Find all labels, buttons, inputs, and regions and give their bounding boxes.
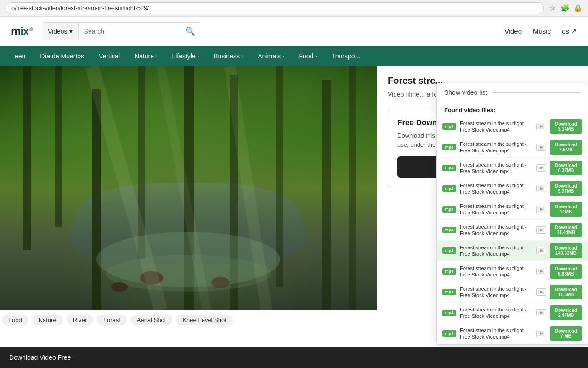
cat-dia-muertos[interactable]: Día de Muertos (33, 46, 91, 66)
download-file-button[interactable]: Download2.47MB (550, 305, 582, 320)
search-container: Videos ▾ 🔍 (42, 22, 201, 40)
download-file-button[interactable]: Download3.14MB (550, 119, 582, 134)
file-name: Forest stream in the sunlight - Free Sto… (460, 224, 532, 237)
tag-river[interactable]: River (67, 315, 93, 325)
mp4-badge: mp4 (442, 247, 456, 254)
search-button[interactable]: 🔍 (180, 23, 201, 40)
header-nav: Video Music os ↗ (504, 27, 577, 35)
mp4-badge: mp4 (442, 123, 456, 130)
preview-icon[interactable] (536, 123, 546, 130)
preview-icon[interactable] (536, 164, 546, 172)
tag-food[interactable]: Food (2, 315, 28, 325)
mp4-badge: mp4 (442, 144, 456, 150)
file-name: Forest stream in the sunlight - Free Sto… (460, 286, 532, 299)
tags-row: Food Nature River Forest Aerial Shot Kne… (0, 310, 377, 325)
preview-icon[interactable] (536, 206, 546, 213)
download-file-button[interactable]: Download11.44MB (550, 223, 582, 237)
file-list: mp4 Forest stream in the sunlight - Free… (437, 116, 588, 344)
preview-icon[interactable] (536, 268, 546, 275)
preview-icon[interactable] (536, 330, 546, 337)
bottom-bar: Download Video Free ' (0, 347, 588, 368)
url-bar[interactable]: o/free-stock-video/forest-stream-in-the-… (6, 2, 544, 14)
cat-nature[interactable]: Nature › (127, 46, 164, 66)
extension-icon[interactable]: 🧩 (560, 4, 570, 13)
video-section: Food Nature River Forest Aerial Shot Kne… (0, 66, 377, 368)
cat-halloween[interactable]: een (7, 46, 33, 66)
file-row: mp4 Forest stream in the sunlight - Free… (437, 199, 588, 220)
browser-bar: o/free-stock-video/forest-stream-in-the-… (0, 0, 588, 17)
chevron-right-icon: › (156, 54, 157, 59)
file-name: Forest stream in the sunlight - Free Sto… (460, 306, 532, 320)
nav-more[interactable]: os ↗ (562, 27, 577, 35)
browser-icons: ☆ 🧩 🔒 (548, 4, 582, 13)
preview-icon[interactable] (536, 288, 546, 296)
file-name: Forest stream in the sunlight - Free Sto… (460, 182, 532, 196)
chevron-right-icon: › (283, 54, 284, 59)
header-divider (492, 92, 580, 93)
preview-icon[interactable] (536, 226, 546, 234)
nav-video[interactable]: Video (504, 27, 522, 35)
bookmark-icon[interactable]: ☆ (548, 4, 557, 13)
file-row: mp4 Forest stream in the sunlight - Free… (437, 137, 588, 158)
file-row: mp4 Forest stream in the sunlight - Free… (437, 282, 588, 303)
cat-vertical[interactable]: Vertical (91, 46, 127, 66)
tag-aerial[interactable]: Aerial Shot (130, 315, 173, 325)
file-row: mp4 Forest stream in the sunlight - Free… (437, 241, 588, 261)
download-file-button[interactable]: Download7 MB (550, 326, 582, 341)
mp4-badge: mp4 (442, 165, 456, 171)
file-name: Forest stream in the sunlight - Free Sto… (460, 161, 532, 175)
file-row: mp4 Forest stream in the sunlight - Free… (437, 303, 588, 323)
chevron-right-icon: › (198, 54, 199, 59)
tag-nature[interactable]: Nature (32, 315, 63, 325)
main-content: Food Nature River Forest Aerial Shot Kne… (0, 66, 588, 368)
download-file-button[interactable]: Download11.6MB (550, 285, 582, 299)
cat-label: Día de Muertos (40, 52, 84, 60)
download-file-button[interactable]: Download7.5MB (550, 140, 582, 155)
cat-animals[interactable]: Animals › (250, 46, 291, 66)
cat-lifestyle[interactable]: Lifestyle › (164, 46, 206, 66)
logo-text: ix (20, 25, 28, 37)
cat-label: Food (299, 52, 313, 60)
download-file-button[interactable]: Download6.37MB (550, 161, 582, 175)
mp4-badge: mp4 (442, 206, 456, 213)
tag-knee[interactable]: Knee Level Shot (176, 315, 232, 325)
url-text: o/free-stock-video/forest-stream-in-the-… (11, 5, 149, 12)
stream-visual (62, 182, 315, 263)
download-file-button[interactable]: Download11MB (550, 202, 582, 217)
cat-transport[interactable]: Transpo... (324, 46, 368, 66)
tag-forest[interactable]: Forest (97, 315, 127, 325)
search-input[interactable] (79, 28, 180, 35)
file-row: mp4 Forest stream in the sunlight - Free… (437, 178, 588, 199)
cat-label: een (15, 52, 25, 60)
mp4-badge: mp4 (442, 330, 456, 337)
cat-label: Vertical (99, 52, 120, 60)
preview-icon[interactable] (536, 309, 546, 316)
cat-label: Lifestyle (172, 52, 195, 60)
file-row: mp4 Forest stream in the sunlight - Free… (437, 116, 588, 137)
preview-icon[interactable] (536, 185, 546, 192)
lock-icon[interactable]: 🔒 (573, 4, 582, 13)
logo[interactable]: mixkit (11, 25, 33, 38)
download-file-button[interactable]: Download5.37MB (550, 181, 582, 196)
chevron-right-icon: › (315, 54, 317, 59)
mp4-badge: mp4 (442, 268, 456, 275)
nav-music[interactable]: Music (533, 27, 551, 35)
download-file-button[interactable]: Download143.03MB (550, 243, 582, 258)
mp4-badge: mp4 (442, 289, 456, 295)
cat-food[interactable]: Food › (291, 46, 324, 66)
bottom-bar-text: Download Video Free ' (9, 354, 74, 361)
video-background (0, 66, 377, 310)
video-player[interactable] (0, 66, 377, 310)
download-file-button[interactable]: Download6.83MB (550, 264, 582, 279)
cat-business[interactable]: Business › (206, 46, 250, 66)
preview-icon[interactable] (536, 247, 546, 254)
file-name: Forest stream in the sunlight - Free Sto… (460, 141, 532, 154)
preview-icon[interactable] (536, 144, 546, 151)
mp4-badge: mp4 (442, 310, 456, 316)
chevron-right-icon: › (242, 54, 243, 59)
file-row: mp4 Forest stream in the sunlight - Free… (437, 220, 588, 241)
show-video-list-btn[interactable]: Show video list (444, 89, 487, 96)
search-type-dropdown[interactable]: Videos ▾ (42, 23, 79, 40)
category-nav: een Día de Muertos Vertical Nature › Lif… (0, 46, 588, 66)
file-name: Forest stream in the sunlight - Free Sto… (460, 327, 532, 340)
